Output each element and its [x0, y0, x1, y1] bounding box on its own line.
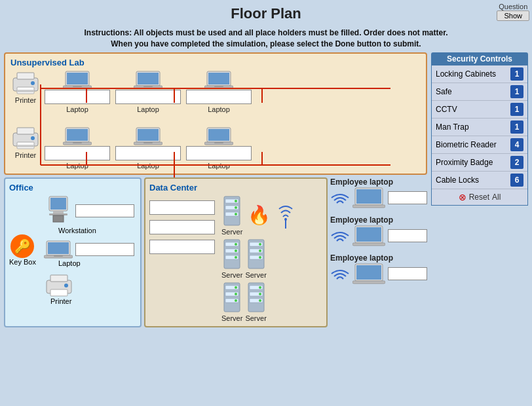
laptop-icon-6: [204, 126, 233, 146]
emp-laptop-group-2: Employee laptop: [330, 215, 427, 247]
datacenter-label: Data Center: [149, 183, 322, 193]
svg-rect-55: [50, 289, 67, 296]
wifi-icon-2: [330, 228, 350, 244]
page-title: Floor Plan: [0, 5, 532, 22]
svg-point-79: [259, 256, 261, 259]
dc-slot-2[interactable]: [149, 220, 215, 234]
dc-slot-1[interactable]: [149, 200, 215, 215]
lab-laptop-slot-1[interactable]: [45, 90, 110, 104]
svg-rect-95: [356, 189, 381, 204]
security-item-locking-cabinets[interactable]: Locking Cabinets 1: [432, 65, 527, 83]
laptop-icon-2: [134, 70, 162, 90]
lab-laptop-4: Laptop: [45, 126, 110, 170]
lab-laptop-3: Laptop: [186, 70, 252, 113]
man-trap-badge: 1: [510, 120, 523, 134]
office-laptop-label: Laptop: [58, 259, 81, 267]
svg-point-71: [235, 249, 237, 252]
show-button[interactable]: Show: [497, 10, 529, 21]
printer-device-1: Printer: [10, 70, 41, 104]
lab-laptop-5: Laptop: [115, 126, 181, 170]
office-printer-icon: [44, 272, 74, 297]
svg-point-70: [235, 243, 237, 246]
lab-laptop-slot-6[interactable]: [186, 146, 252, 160]
security-item-man-trap[interactable]: Man Trap 1: [432, 119, 527, 136]
emp-laptop-icon-1: [352, 187, 385, 209]
security-panel-header: Security Controls: [431, 52, 528, 65]
emp-laptop-slot-1[interactable]: [388, 191, 427, 204]
svg-rect-19: [208, 73, 229, 84]
laptop-icon-1: [63, 70, 92, 90]
svg-rect-50: [48, 242, 69, 254]
cctv-badge: 1: [510, 103, 523, 116]
security-item-safe[interactable]: Safe 1: [432, 83, 527, 101]
server-icon-1: [223, 195, 241, 227]
dc-slot-3[interactable]: [149, 240, 215, 254]
svg-point-62: [235, 206, 237, 209]
bottom-area: Office 🔑 Key Box: [4, 177, 427, 327]
emp-laptop-slot-2[interactable]: [388, 229, 427, 242]
svg-rect-54: [50, 275, 67, 282]
svg-point-8: [31, 136, 35, 140]
printer-icon-2: [10, 125, 41, 150]
svg-rect-27: [138, 129, 159, 141]
emp-laptop-label-2: Employee laptop: [330, 215, 427, 225]
wifi-icon-1: [330, 190, 350, 206]
security-panel-body: Locking Cabinets 1 Safe 1 CCTV 1 Man Tra…: [431, 65, 528, 206]
svg-point-93: [259, 299, 261, 302]
reset-button[interactable]: ⊗ Reset All: [432, 189, 527, 205]
emp-laptop-icon-3: [352, 263, 385, 285]
svg-rect-4: [17, 90, 34, 92]
svg-rect-15: [138, 73, 159, 84]
svg-point-91: [259, 286, 261, 289]
server-icon-5: [247, 282, 265, 313]
keybox-label: Key Box: [9, 258, 36, 266]
svg-rect-45: [50, 198, 66, 210]
firewall-device: 🔥: [248, 204, 271, 226]
svg-point-3: [31, 81, 35, 85]
lab-laptop-6: Laptop: [186, 126, 252, 170]
lab-laptop-slot-2[interactable]: [115, 90, 181, 104]
office-label: Office: [9, 183, 136, 193]
lab-laptop-1: Laptop: [45, 70, 110, 113]
svg-point-63: [235, 213, 237, 215]
workstation-device: [44, 195, 73, 227]
svg-rect-29: [143, 142, 153, 143]
server-device-5: Server: [245, 282, 266, 322]
safe-badge: 1: [510, 85, 523, 98]
server-icon-3: [247, 238, 265, 270]
svg-point-86: [235, 299, 237, 302]
security-item-biometric-reader[interactable]: Biometric Reader 4: [432, 136, 527, 154]
biometric-reader-badge: 4: [510, 138, 523, 151]
security-item-cctv[interactable]: CCTV 1: [432, 101, 527, 119]
instructions: Instructions: All objects must be used a…: [0, 25, 532, 52]
lab-laptop-slot-5[interactable]: [115, 146, 181, 160]
svg-point-61: [235, 200, 237, 202]
lab-title: Unsupervised Lab: [10, 58, 421, 67]
office-laptop-slot[interactable]: [75, 243, 134, 256]
svg-point-56: [64, 284, 68, 287]
proximity-badge-badge: 2: [510, 156, 523, 169]
security-item-cable-locks[interactable]: Cable Locks 6: [432, 172, 527, 189]
keybox-icon: 🔑: [10, 234, 34, 258]
laptop-icon-5: [134, 126, 162, 146]
svg-rect-31: [208, 129, 229, 141]
svg-point-77: [259, 243, 261, 246]
emp-laptop-slot-3[interactable]: [388, 267, 427, 280]
security-item-proximity-badge[interactable]: Proximity Badge 2: [432, 154, 527, 172]
svg-rect-23: [67, 129, 88, 141]
svg-rect-1: [17, 73, 34, 79]
office-laptop-icon: [44, 240, 73, 259]
svg-rect-21: [214, 86, 223, 87]
svg-rect-46: [53, 211, 64, 213]
server-icon-2: [223, 238, 241, 270]
server-device-4: Server: [221, 282, 242, 322]
datacenter-section: Data Center: [144, 177, 328, 327]
svg-point-72: [235, 256, 237, 259]
lab-laptop-slot-4[interactable]: [45, 146, 110, 160]
employee-section: Employee laptop: [330, 177, 427, 327]
printer-icon-1: [10, 70, 41, 95]
svg-rect-33: [214, 142, 223, 143]
server-device-2: Server: [221, 238, 242, 279]
workstation-slot[interactable]: [75, 204, 134, 217]
lab-laptop-slot-3[interactable]: [186, 90, 252, 104]
